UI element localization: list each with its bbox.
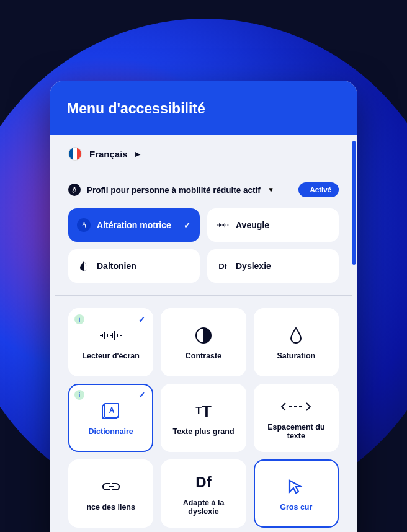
svg-text:A: A [109, 406, 114, 415]
card-label: nce des liens [86, 503, 135, 512]
contrast-icon [195, 326, 212, 345]
chevron-down-icon: ▼ [268, 187, 274, 193]
language-selector[interactable]: Français ▶ [55, 135, 352, 171]
chevron-right-icon: ▶ [135, 150, 140, 158]
card-label: Contraste [186, 352, 221, 360]
check-icon: ✓ [184, 220, 191, 230]
feature-saturation[interactable]: Saturation [254, 308, 339, 376]
soundwave-icon [216, 218, 230, 232]
scrollbar[interactable] [352, 141, 356, 265]
panel-header: Menu d'accessibilité [50, 81, 357, 135]
card-label: Adapté à la dyslexie [167, 499, 239, 516]
text-spacing-icon [280, 397, 311, 417]
feature-dyslexia-friendly[interactable]: Df Adapté à la dyslexie [161, 459, 246, 528]
svg-point-2 [83, 222, 85, 224]
card-label: Texte plus grand [172, 427, 234, 436]
accessibility-icon [77, 218, 91, 232]
profile-toggle[interactable]: Activé [298, 182, 339, 197]
drop-icon [290, 326, 302, 345]
profiles-grid: Altération motrice ✓ Aveugle Daltonien D… [55, 206, 352, 296]
profile-colorblind[interactable]: Daltonien [68, 249, 200, 283]
panel-content: Français ▶ Profil pour personne à mobili… [50, 135, 357, 532]
df-icon: Df [195, 472, 211, 492]
profile-motor-impaired[interactable]: Altération motrice ✓ [68, 208, 200, 242]
panel-title: Menu d'accessibilité [67, 100, 340, 117]
feature-dictionary[interactable]: i ✓ A Dictionnaire [68, 384, 153, 452]
drop-icon [77, 259, 91, 273]
profile-pill-label: Aveugle [236, 220, 269, 230]
cursor-icon [287, 477, 305, 497]
language-label: Français [89, 149, 128, 159]
feature-highlight-links[interactable]: nce des liens [68, 459, 153, 528]
card-label: Saturation [277, 352, 315, 360]
features-grid: i ✓ Lecteur d'écran Contraste Saturation [55, 296, 352, 532]
profile-dropdown[interactable]: Profil pour personne à mobilité réduite … [68, 184, 274, 196]
flag-france-icon [68, 147, 82, 161]
link-icon [101, 477, 121, 497]
dictionary-icon: A [101, 401, 121, 421]
feature-text-spacing[interactable]: Espacement du texte [254, 384, 339, 452]
card-label: Lecteur d'écran [82, 352, 140, 360]
feature-big-cursor[interactable]: Gros cur [254, 459, 339, 528]
profile-label: Profil pour personne à mobilité réduite … [87, 185, 261, 195]
profile-dyslexia[interactable]: Df Dyslexie [207, 249, 339, 283]
info-icon: i [74, 390, 84, 400]
active-profile-row: Profil pour personne à mobilité réduite … [55, 171, 352, 206]
check-icon: ✓ [138, 314, 146, 324]
feature-contrast[interactable]: Contraste [161, 308, 246, 376]
df-icon: Df [216, 259, 230, 273]
card-label: Gros cur [280, 503, 312, 512]
text-size-icon: TT [195, 401, 212, 421]
svg-point-1 [73, 191, 74, 193]
svg-point-0 [74, 187, 76, 188]
profile-pill-label: Altération motrice [97, 220, 171, 230]
accessibility-icon [68, 184, 81, 196]
check-icon: ✓ [138, 390, 146, 400]
accessibility-panel: Menu d'accessibilité Français ▶ Profil p… [50, 81, 357, 532]
feature-bigger-text[interactable]: TT Texte plus grand [161, 384, 246, 452]
toggle-label: Activé [310, 186, 331, 193]
profile-pill-label: Daltonien [97, 261, 136, 271]
card-label: Espacement du texte [260, 423, 333, 440]
feature-screen-reader[interactable]: i ✓ Lecteur d'écran [68, 308, 153, 376]
info-icon: i [74, 314, 84, 324]
profile-blind[interactable]: Aveugle [207, 208, 339, 242]
profile-pill-label: Dyslexie [236, 261, 271, 271]
soundwave-icon [99, 326, 123, 345]
card-label: Dictionnaire [89, 427, 133, 436]
